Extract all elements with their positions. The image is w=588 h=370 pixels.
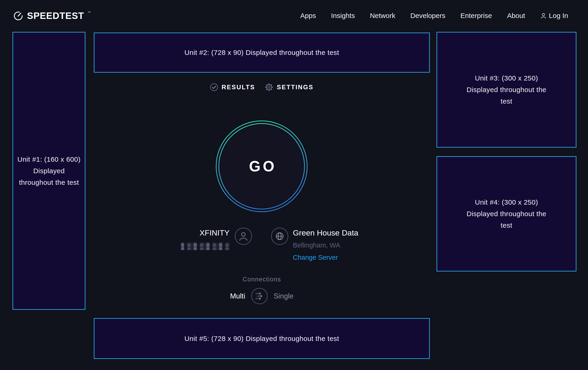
logo-wordmark: SPEEDTEST <box>27 11 84 21</box>
go-button[interactable]: GO <box>213 118 310 215</box>
isp-user-icon[interactable] <box>234 227 252 245</box>
nav-item-developers[interactable]: Developers <box>410 12 445 20</box>
ad-unit-1-label: Unit #1: (160 x 600) Displayed throughou… <box>17 154 81 188</box>
person-icon <box>540 12 547 19</box>
tab-settings[interactable]: SETTINGS <box>264 83 314 92</box>
login-button[interactable]: Log In <box>540 12 568 20</box>
nav-item-about[interactable]: About <box>507 12 525 20</box>
server-block: Green House Data Bellingham, WA Change S… <box>293 227 358 261</box>
gear-icon <box>264 83 274 92</box>
view-tabs: RESULTS SETTINGS <box>94 83 430 92</box>
speedtest-logo[interactable]: SPEEDTEST ™ <box>13 10 90 21</box>
multi-mode-option[interactable]: Multi <box>230 292 245 300</box>
settings-tab-label: SETTINGS <box>277 84 314 91</box>
single-mode-option[interactable]: Single <box>274 292 294 300</box>
results-tab-label: RESULTS <box>221 84 255 91</box>
nav-item-insights[interactable]: Insights <box>331 12 355 20</box>
nav-item-enterprise[interactable]: Enterprise <box>460 12 492 20</box>
ad-unit-5-label: Unit #5: (728 x 90) Displayed throughout… <box>185 333 339 344</box>
check-circle-icon <box>210 83 218 91</box>
speedtest-gauge-icon <box>13 10 24 21</box>
connections-label: Connections <box>94 276 430 283</box>
ad-unit-2: Unit #2: (728 x 90) Displayed throughout… <box>94 32 430 73</box>
main-nav: Apps Insights Network Developers Enterpr… <box>300 12 568 20</box>
change-server-link[interactable]: Change Server <box>293 254 358 261</box>
go-button-label: GO <box>213 118 310 215</box>
isp-block: XFINITY <box>181 227 230 251</box>
tab-results[interactable]: RESULTS <box>210 83 255 91</box>
ad-unit-4: Unit #4: (300 x 250) Displayed throughou… <box>437 156 577 271</box>
ad-unit-3: Unit #3: (300 x 250) Displayed throughou… <box>437 32 577 148</box>
login-label: Log In <box>549 12 568 20</box>
multi-connection-icon[interactable] <box>251 288 268 304</box>
ad-unit-5: Unit #5: (728 x 90) Displayed throughout… <box>94 318 430 359</box>
nav-item-apps[interactable]: Apps <box>300 12 316 20</box>
connection-info-panel: XFINITY Green House Data Bellingham, WA … <box>94 227 430 262</box>
ad-unit-3-label: Unit #3: (300 x 250) Displayed throughou… <box>466 72 547 107</box>
server-location: Bellingham, WA <box>293 241 358 249</box>
speedtest-page: { "window": {"width": 2546, "height": 16… <box>0 0 588 370</box>
isp-ip-redacted <box>181 243 230 250</box>
connection-mode-toggle: Multi Single <box>94 288 430 304</box>
ad-unit-4-label: Unit #4: (300 x 250) Displayed throughou… <box>466 197 547 231</box>
nav-item-network[interactable]: Network <box>370 12 395 20</box>
ad-unit-2-label: Unit #2: (728 x 90) Displayed throughout… <box>185 47 339 58</box>
isp-name: XFINITY <box>181 228 230 237</box>
server-globe-icon[interactable] <box>271 227 289 245</box>
server-name: Green House Data <box>293 228 358 237</box>
ad-unit-1: Unit #1: (160 x 600) Displayed throughou… <box>12 32 85 310</box>
logo-trademark: ™ <box>88 11 91 14</box>
top-navigation-bar: SPEEDTEST ™ Apps Insights Network Develo… <box>0 0 588 31</box>
